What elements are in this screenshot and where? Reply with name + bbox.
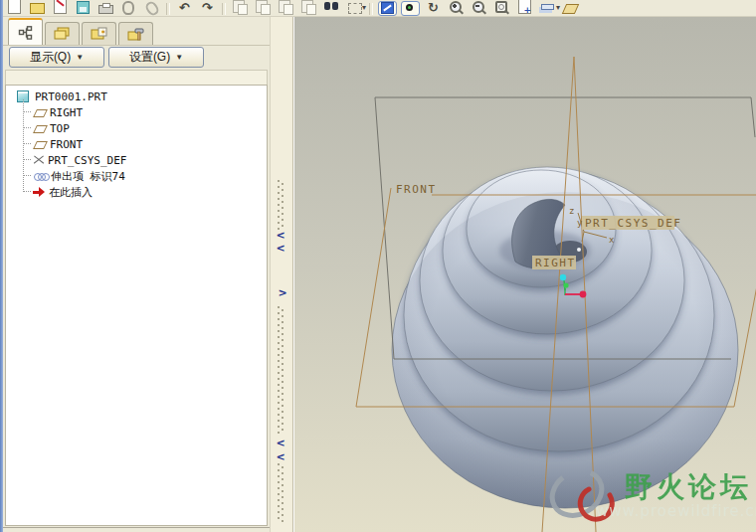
zoom-in-icon[interactable] xyxy=(448,2,465,15)
copy-icon[interactable] xyxy=(232,2,249,15)
model-canvas: FRONT PRT_CSYS_DEF RIGHT z y x 野火论坛 xyxy=(293,17,756,532)
proe-window: ↶↷↻ xyxy=(0,0,756,532)
select-filter-icon[interactable] xyxy=(346,2,363,15)
datum-plane-icon xyxy=(33,141,48,149)
tools-folder-icon xyxy=(127,27,145,41)
save-as-icon[interactable] xyxy=(52,2,69,15)
sash-grip[interactable] xyxy=(277,305,284,435)
chevron-down-icon: ▼ xyxy=(175,53,183,62)
save-icon[interactable] xyxy=(75,2,92,15)
collapse-left-icon[interactable]: < xyxy=(275,243,286,255)
expand-right-icon[interactable]: > xyxy=(277,287,288,299)
tree-children: RIGHTTOPFRONTPRT_CSYS_DEF伸出项 标识74在此插入 xyxy=(6,104,267,200)
axis-x-label: x xyxy=(609,235,616,245)
protrusion-icon xyxy=(34,173,42,181)
tab-favorites[interactable]: ✶ xyxy=(82,22,116,45)
tab-folder-browser[interactable] xyxy=(45,22,80,45)
sash-grip[interactable] xyxy=(277,462,284,522)
right-plane-label[interactable]: RIGHT xyxy=(535,257,576,269)
settings-dropdown-label: 设置(G) xyxy=(129,49,170,66)
csys-label[interactable]: PRT_CSYS_DEF xyxy=(585,217,681,230)
undo-icon[interactable]: ↶ xyxy=(176,2,193,15)
axis-y-label: y xyxy=(577,218,584,228)
open-icon[interactable] xyxy=(29,2,46,15)
collapse-left-icon[interactable]: < xyxy=(275,438,286,449)
graphics-viewport[interactable]: FRONT PRT_CSYS_DEF RIGHT z y x 野火论坛 xyxy=(291,17,756,532)
navigator-panel: ✶ 显示(Q) ▼ 设置(G) ▼ xyxy=(3,17,270,528)
tree-item-label: PRT0001.PRT xyxy=(35,90,107,103)
repaint-icon[interactable] xyxy=(379,2,396,15)
tree-item-part-root[interactable]: PRT0001.PRT xyxy=(6,89,267,104)
triad-green-dot xyxy=(563,282,568,287)
csys-icon xyxy=(32,154,46,166)
window-left-border xyxy=(0,0,3,532)
tree-item-label: FRONT xyxy=(50,138,83,151)
redo-icon[interactable]: ↷ xyxy=(199,2,216,15)
datum-plane-icon xyxy=(33,109,48,117)
tree-item[interactable]: TOP xyxy=(6,120,267,136)
navigator-sash: < < > < < xyxy=(270,17,293,532)
axis-z-label: z xyxy=(569,206,576,216)
toolbar-separator xyxy=(166,3,170,15)
tree-toolbar: 显示(Q) ▼ 设置(G) ▼ xyxy=(9,47,204,68)
tree-item-label: 伸出项 标识74 xyxy=(51,169,125,184)
sash-grip[interactable] xyxy=(277,179,284,231)
datum-plane-icon xyxy=(33,125,48,133)
front-plane-label[interactable]: FRONT xyxy=(396,183,437,196)
svg-text:✶: ✶ xyxy=(100,28,107,37)
tree-item[interactable]: 伸出项 标识74 xyxy=(6,168,267,184)
tree-item[interactable]: 在此插入 xyxy=(6,184,267,200)
model-tree-icon xyxy=(18,26,34,40)
triad-red-dot xyxy=(580,291,587,298)
datum-planes-icon[interactable] xyxy=(562,2,579,15)
tree-item[interactable]: PRT_CSYS_DEF xyxy=(6,152,267,168)
watermark-title: 野火论坛 xyxy=(625,470,752,503)
insert-here-icon xyxy=(32,186,46,198)
triad-cyan-dot xyxy=(560,274,566,280)
tree-item[interactable]: FRONT xyxy=(6,136,267,152)
main-toolbar: ↶↷↻ xyxy=(3,0,756,17)
zoom-out-icon[interactable] xyxy=(471,2,487,15)
specular-highlight xyxy=(577,248,581,252)
tree-item-label: PRT_CSYS_DEF xyxy=(48,154,126,167)
toolbar-separator xyxy=(222,3,226,15)
watermark-url: www.proewildfire.cn xyxy=(596,502,756,520)
toolbar-separator xyxy=(369,3,373,15)
display-dropdown-button[interactable]: 显示(Q) ▼ xyxy=(9,47,104,68)
tab-connections[interactable] xyxy=(118,22,153,45)
model-tree: PRT0001.PRT RIGHTTOPFRONTPRT_CSYS_DEF伸出项… xyxy=(5,85,268,526)
spin-center-icon[interactable] xyxy=(402,2,419,15)
saved-views-icon[interactable] xyxy=(516,2,533,15)
tree-item[interactable]: RIGHT xyxy=(6,104,267,120)
settings-dropdown-button[interactable]: 设置(G) ▼ xyxy=(108,47,204,68)
link-icon[interactable] xyxy=(143,2,160,15)
model-tree-header xyxy=(5,70,268,86)
paste-special-icon[interactable] xyxy=(278,2,294,15)
navigator-tabs: ✶ xyxy=(3,18,270,46)
reorient-icon[interactable]: ↻ xyxy=(425,2,442,15)
find-icon[interactable] xyxy=(323,2,340,15)
paste-icon[interactable] xyxy=(255,2,272,15)
chevron-down-icon: ▼ xyxy=(76,53,84,62)
collapse-left-icon[interactable]: < xyxy=(275,230,286,242)
tree-item-label: TOP xyxy=(50,122,70,135)
layers-icon[interactable] xyxy=(539,2,556,15)
spiral-dome-model[interactable] xyxy=(392,167,738,508)
tab-model-tree[interactable] xyxy=(8,18,43,45)
tree-item-label: 在此插入 xyxy=(49,185,93,200)
tree-item-label: RIGHT xyxy=(50,106,83,119)
select-list-icon[interactable] xyxy=(300,2,317,15)
display-dropdown-label: 显示(Q) xyxy=(30,49,71,66)
refit-icon[interactable] xyxy=(493,2,510,15)
new-file-icon[interactable] xyxy=(6,2,23,15)
folder-stack-icon xyxy=(54,27,71,41)
print-icon[interactable] xyxy=(97,2,114,15)
attach-icon[interactable] xyxy=(120,2,137,15)
favorites-folder-icon: ✶ xyxy=(91,27,107,41)
